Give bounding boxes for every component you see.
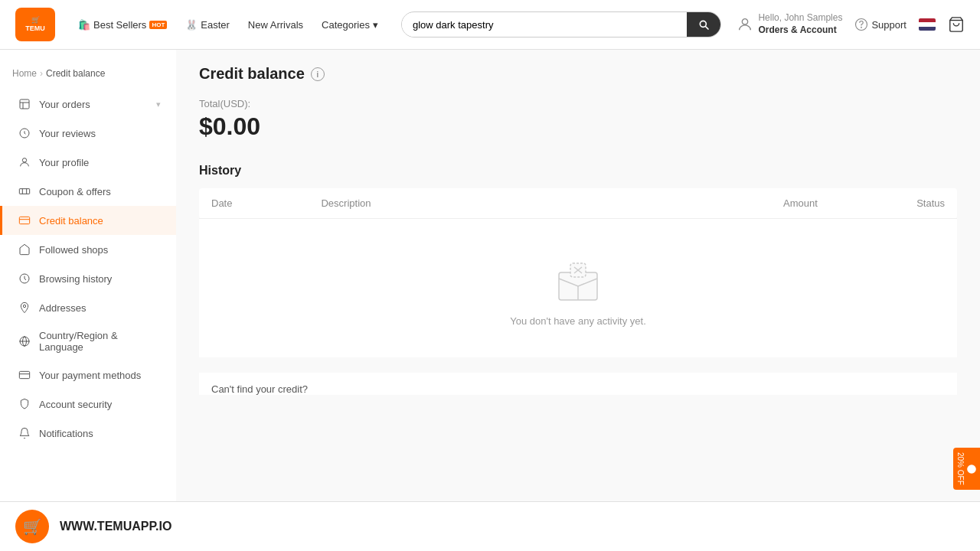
cart-icon[interactable] [948,16,965,33]
svg-point-18 [967,465,976,474]
breadcrumb-separator: › [40,68,43,79]
history-table: Date Description Amount Status [199,188,957,219]
sidebar-item-followed-shops[interactable]: Followed shops [0,235,176,264]
support-button[interactable]: Support [854,18,906,31]
col-date: Date [199,188,309,219]
sidebar-item-credit-balance[interactable]: Credit balance [0,206,176,235]
nav-easter[interactable]: 🐰 Easter [178,15,237,35]
side-badge[interactable]: 20% OFF [953,448,980,490]
sidebar: Home › Credit balance Your orders ▾ Your… [0,50,176,551]
sidebar-item-your-orders[interactable]: Your orders ▾ [0,90,176,119]
support-label: Support [871,19,906,31]
history-title: History [199,164,957,178]
svg-point-2 [861,27,862,28]
account-info[interactable]: Hello, John Samples Orders & Account [737,12,842,36]
bag-icon: 🛍️ [78,19,90,31]
breadcrumb-current: Credit balance [46,68,105,79]
sidebar-item-addresses[interactable]: Addresses [0,293,176,322]
main-nav: 🛍️ Best Sellers HOT 🐰 Easter New Arrival… [70,15,386,35]
page-title-text: Credit balance [199,65,305,83]
history-icon [18,272,31,285]
search-bar [401,11,721,37]
content-area: Credit balance i Total(USD): $0.00 Histo… [176,50,980,551]
search-icon [697,18,710,31]
nav-best-sellers-label: Best Sellers [93,19,146,31]
balance-amount: $0.00 [199,112,957,141]
empty-state-text: You don't have any activity yet. [510,315,646,327]
sidebar-browsing-history-label: Browsing history [39,273,161,285]
support-icon [854,18,868,31]
nav-categories-label: Categories [322,19,370,31]
empty-state: You don't have any activity yet. [199,219,957,357]
side-badge-text: 20% OFF [956,452,965,485]
sidebar-security-label: Account security [39,399,161,410]
search-button[interactable] [687,12,720,37]
security-icon [18,397,31,411]
sidebar-item-account-security[interactable]: Account security [0,390,176,419]
sidebar-coupon-label: Coupon & offers [39,186,161,197]
header-right: Hello, John Samples Orders & Account Sup… [737,12,965,36]
sidebar-item-notifications[interactable]: Notifications [0,419,176,448]
reviews-icon [18,126,31,140]
sidebar-notifications-label: Notifications [39,428,161,439]
svg-rect-7 [19,189,29,194]
banner-logo-icon: 🛒 [23,517,42,536]
sidebar-item-country-region[interactable]: Country/Region & Language [0,322,176,360]
easter-icon: 🐰 [185,19,198,31]
chevron-icon: ▾ [156,99,161,109]
nav-categories[interactable]: Categories ▾ [314,15,386,35]
sidebar-item-payment-methods[interactable]: Your payment methods [0,360,176,390]
sidebar-your-profile-label: Your profile [39,157,161,168]
cart-svg [948,16,965,33]
notifications-icon [18,426,31,440]
profile-icon [18,155,31,169]
side-badge-icon [966,464,977,474]
coupon-icon [18,184,31,198]
nav-easter-label: Easter [201,19,230,31]
svg-point-10 [23,305,25,307]
col-description: Description [309,188,688,219]
bottom-banner: 🛒 WWW.TEMUAPP.IO [0,501,980,551]
sidebar-item-coupon-offers[interactable]: Coupon & offers [0,177,176,206]
logo-text: 🛒TEMU [25,16,45,33]
orders-icon [18,97,31,111]
chevron-down-icon: ▾ [373,19,378,31]
nav-best-sellers[interactable]: 🛍️ Best Sellers HOT [70,15,175,35]
account-greeting: Hello, John Samples [758,12,842,24]
sidebar-item-your-reviews[interactable]: Your reviews [0,119,176,148]
svg-rect-4 [20,99,29,109]
banner-logo[interactable]: 🛒 [15,510,49,543]
main-layout: Home › Credit balance Your orders ▾ Your… [0,50,980,551]
sidebar-your-orders-label: Your orders [39,99,149,110]
history-section: History Date Description Amount Status [199,164,957,395]
info-icon[interactable]: i [311,67,325,81]
sidebar-item-your-profile[interactable]: Your profile [0,148,176,177]
sidebar-item-browsing-history[interactable]: Browsing history [0,264,176,293]
payment-icon [18,368,31,382]
account-link: Orders & Account [758,24,842,37]
svg-point-0 [743,19,748,24]
address-icon [18,301,31,315]
svg-point-6 [22,158,26,162]
svg-rect-8 [19,217,29,223]
sidebar-country-label: Country/Region & Language [39,330,161,353]
col-status: Status [830,188,957,219]
account-text: Hello, John Samples Orders & Account [758,12,842,36]
col-amount: Amount [688,188,829,219]
nav-new-arrivals[interactable]: New Arrivals [240,15,311,35]
breadcrumb: Home › Credit balance [0,62,176,90]
banner-url: WWW.TEMUAPP.IO [60,520,172,533]
empty-box-icon [551,257,605,303]
sidebar-your-reviews-label: Your reviews [39,128,161,139]
nav-new-arrivals-label: New Arrivals [248,19,303,31]
logo[interactable]: 🛒TEMU [15,8,55,41]
search-input[interactable] [402,13,687,37]
globe-icon [18,334,31,348]
svg-rect-12 [19,371,29,378]
page-title: Credit balance i [199,65,957,83]
cant-find-text: Can't find your credit? [199,373,957,395]
hot-badge: HOT [149,21,167,29]
flag-icon[interactable] [919,18,936,31]
breadcrumb-home[interactable]: Home [12,68,37,79]
balance-section: Total(USD): $0.00 [199,98,957,141]
